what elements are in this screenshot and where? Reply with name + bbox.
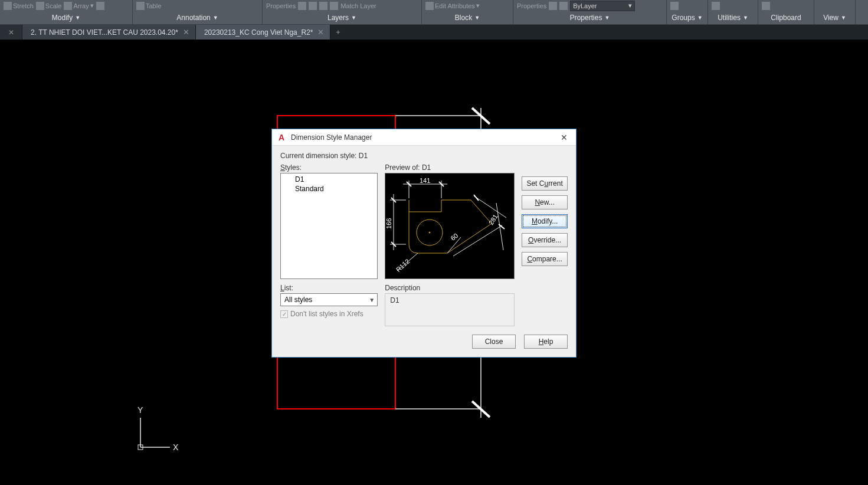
layer-properties-tool[interactable]: Properties — [266, 2, 296, 9]
ribbon-panel-utilities: Utilities▼ — [708, 0, 758, 24]
preview-dim-281: 281 — [487, 213, 499, 226]
dialog-titlebar[interactable]: A Dimension Style Manager ✕ — [272, 129, 576, 146]
ribbon-panel-modify: Stretch Scale Array ▾ Modify▼ — [0, 0, 133, 24]
preview-label: Preview of: D1 — [385, 163, 515, 172]
layer-tool-1[interactable] — [298, 2, 306, 10]
layer-tool-4[interactable] — [330, 2, 338, 10]
clipboard-tool[interactable] — [762, 2, 770, 10]
ucs-x-label: X — [173, 443, 179, 452]
preview-dim-166: 166 — [385, 218, 392, 229]
panel-label-modify[interactable]: Modify▼ — [0, 12, 132, 24]
panel-label-utilities[interactable]: Utilities▼ — [708, 12, 758, 24]
bylayer-dropdown[interactable]: ByLayer▾ — [570, 1, 635, 11]
close-icon[interactable]: ✕ — [183, 28, 189, 37]
array-tool[interactable]: Array ▾ — [64, 2, 93, 10]
document-tabs: ✕ 2. TT NHIET DOI VIET...KET CAU 2023.04… — [0, 25, 868, 40]
svg-line-18 — [453, 225, 502, 256]
dimension-style-manager-dialog: A Dimension Style Manager ✕ Current dime… — [271, 129, 577, 358]
compare-button[interactable]: Compare... — [522, 252, 568, 266]
tab-add-button[interactable]: ＋ — [330, 25, 346, 40]
tab-start[interactable]: ✕ — [0, 25, 22, 40]
dialog-close-button[interactable]: ✕ — [552, 129, 576, 146]
utilities-tool[interactable] — [712, 2, 720, 10]
ribbon-panel-view: View▼ — [814, 0, 856, 24]
scale-tool[interactable]: Scale — [36, 2, 62, 10]
table-tool[interactable]: Table — [136, 2, 161, 10]
autocad-logo-icon: A — [277, 133, 286, 142]
doc-tab-1[interactable]: 2. TT NHIET DOI VIET...KET CAU 2023.04.2… — [22, 25, 196, 40]
style-item-standard[interactable]: Standard — [281, 184, 377, 194]
ribbon-panel-block: Edit Attributes ▾ Block▼ — [422, 0, 513, 24]
styles-listbox[interactable]: D1 Standard — [280, 173, 378, 279]
preview-box: 141 166 281 60 R112 — [385, 173, 515, 279]
styles-label: Styles: — [280, 163, 378, 172]
description-label: Description — [385, 284, 515, 292]
style-item-d1[interactable]: D1 — [281, 175, 377, 184]
new-button[interactable]: New... — [522, 195, 568, 209]
panel-label-view[interactable]: View▼ — [814, 12, 855, 24]
ribbon: Stretch Scale Array ▾ Modify▼ Table Anno… — [0, 0, 868, 25]
edit-attributes-tool[interactable]: Edit Attributes ▾ — [425, 2, 480, 10]
layer-tool-3[interactable] — [319, 2, 327, 10]
prop-tool-1[interactable] — [549, 2, 557, 10]
ucs-y-label: Y — [137, 405, 143, 415]
svg-point-10 — [429, 232, 430, 233]
close-icon[interactable]: ✕ — [317, 28, 324, 37]
match-layer-tool[interactable]: Match Layer — [340, 2, 376, 9]
properties-tool[interactable]: Properties — [517, 2, 546, 9]
layer-tool-2[interactable] — [309, 2, 317, 10]
svg-line-25 — [474, 195, 479, 201]
close-button[interactable]: Close — [472, 335, 516, 349]
prop-tool-2[interactable] — [559, 2, 568, 10]
panel-label-clipboard[interactable]: Clipboard — [758, 12, 814, 24]
preview-dim-141: 141 — [420, 177, 430, 184]
doc-tab-2[interactable]: 20230213_KC Cong Viet Nga_R2* ✕ — [196, 25, 331, 40]
modify-button[interactable]: Modify... — [522, 214, 568, 228]
doc-tab-1-label: 2. TT NHIET DOI VIET...KET CAU 2023.04.2… — [31, 28, 178, 37]
doc-tab-2-label: 20230213_KC Cong Viet Nga_R2* — [204, 28, 313, 37]
panel-label-properties[interactable]: Properties▼ — [513, 12, 666, 24]
list-label: List: — [280, 284, 378, 292]
chevron-down-icon: ▼ — [369, 297, 375, 303]
dialog-title: Dimension Style Manager — [291, 133, 552, 142]
modify-tool-extra[interactable] — [96, 2, 104, 10]
ucs-icon: X Y — [135, 401, 188, 454]
preview-dim-60: 60 — [450, 232, 460, 242]
stretch-tool[interactable]: Stretch — [4, 2, 34, 10]
svg-line-17 — [474, 196, 506, 218]
panel-label-groups[interactable]: Groups▼ — [667, 12, 707, 24]
list-filter-value: All styles — [284, 296, 312, 304]
ribbon-panel-properties: Properties ByLayer▾ Properties▼ — [513, 0, 667, 24]
ribbon-panel-annotation: Table Annotation▼ — [133, 0, 263, 24]
checkbox-icon: ✓ — [280, 310, 288, 318]
groups-tool[interactable] — [670, 2, 679, 10]
panel-label-block[interactable]: Block▼ — [422, 12, 513, 24]
description-value: D1 — [390, 296, 399, 304]
help-button[interactable]: Help — [524, 335, 568, 349]
ribbon-panel-layers: Properties Match Layer Layers▼ — [263, 0, 422, 24]
description-box: D1 — [385, 293, 515, 326]
preview-dim-r112: R112 — [395, 257, 411, 273]
set-current-button[interactable]: Set Current — [522, 176, 568, 191]
ribbon-panel-clipboard: Clipboard — [758, 0, 814, 24]
list-filter-combo[interactable]: All styles ▼ — [280, 293, 378, 306]
current-style-label: Current dimension style: D1 — [280, 152, 568, 160]
dont-list-xrefs-checkbox[interactable]: ✓ Don't list styles in Xrefs — [280, 310, 378, 318]
panel-label-layers[interactable]: Layers▼ — [263, 12, 421, 24]
panel-label-annotation[interactable]: Annotation▼ — [133, 12, 262, 24]
override-button[interactable]: Override... — [522, 233, 568, 247]
ribbon-panel-groups: Groups▼ — [667, 0, 708, 24]
